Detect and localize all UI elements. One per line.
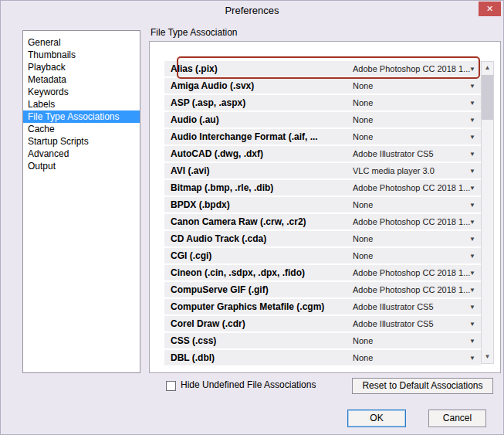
file-type-label: CompuServe GIF (.gif) [164,284,269,295]
close-icon: ✕ [486,4,493,13]
file-type-label: Computer Graphics Metafile (.cgm) [164,301,324,312]
file-type-label: AVI (.avi) [164,165,209,176]
sidebar-item-metadata[interactable]: Metadata [23,73,140,86]
file-type-row: Corel Draw (.cdr)Adobe Illustrator CS5▼ [164,316,481,331]
file-type-row: AVI (.avi)VLC media player 3.0▼ [164,163,481,178]
dropdown-arrow-icon[interactable]: ▼ [469,168,475,175]
association-dropdown-value[interactable]: VLC media player 3.0 [353,166,435,175]
cancel-button[interactable]: Cancel [428,410,486,427]
association-dropdown-value[interactable]: None [353,81,373,90]
sidebar-item-labels[interactable]: Labels [23,98,140,110]
sidebar-item-thumbnails[interactable]: Thumbnails [23,49,140,61]
file-type-row: CompuServe GIF (.gif)Adobe Photoshop CC … [164,282,481,297]
file-type-label: ASP (.asp, .aspx) [164,97,245,108]
sidebar-item-playback[interactable]: Playback [23,61,140,73]
association-dropdown-value[interactable]: Adobe Illustrator CS5 [353,302,434,311]
association-dropdown-value[interactable]: None [353,115,373,124]
reset-to-default-button[interactable]: Reset to Default Associations [352,378,493,394]
scrollbar-thumb[interactable] [482,75,493,120]
association-dropdown-value[interactable]: None [353,336,373,345]
hide-undefined-checkbox-label: Hide Undefined File Associations [181,379,316,390]
ok-button[interactable]: OK [347,410,406,427]
association-dropdown-value[interactable]: Adobe Illustrator CS5 [353,149,434,158]
file-type-row: CD Audio Track (.cda)None▼ [164,231,481,246]
file-type-label: Amiga Audio (.svx) [164,80,254,91]
dropdown-arrow-icon[interactable]: ▼ [469,202,475,209]
dropdown-arrow-icon[interactable]: ▼ [469,66,475,73]
association-dropdown-value[interactable]: None [353,251,373,260]
file-type-row: Amiga Audio (.svx)None▼ [164,78,481,93]
scroll-up-icon[interactable]: ▲ [482,62,493,74]
file-type-label: DBL (.dbl) [164,352,215,363]
file-type-row: CGI (.cgi)None▼ [164,248,481,263]
file-type-row: Bitmap (.bmp, .rle, .dib)Adobe Photoshop… [164,180,481,195]
file-type-label: AutoCAD (.dwg, .dxf) [164,148,263,159]
dropdown-arrow-icon[interactable]: ▼ [469,304,475,311]
association-dropdown-value[interactable]: Adobe Photoshop CC 2018 1... [353,268,470,277]
file-type-label: CGI (.cgi) [164,250,211,261]
title-bar: Preferences [1,1,503,21]
association-dropdown-value[interactable]: None [353,234,373,243]
file-type-row: Audio (.au)None▼ [164,112,481,127]
dropdown-arrow-icon[interactable]: ▼ [469,270,475,277]
file-type-label: Bitmap (.bmp, .rle, .dib) [164,182,273,193]
file-type-row: DBL (.dbl)None▼ [164,350,481,365]
file-type-label: Cineon (.cin, .sdpx, .dpx, .fido) [164,267,305,278]
sidebar-item-general[interactable]: General [23,36,140,49]
sidebar-item-startup-scripts[interactable]: Startup Scripts [23,135,140,148]
sidebar-item-cache[interactable]: Cache [23,123,140,135]
file-type-label: Corel Draw (.cdr) [164,318,245,329]
dropdown-arrow-icon[interactable]: ▼ [469,117,475,124]
file-type-row: Canon Camera Raw (.crw, .cr2)Adobe Photo… [164,214,481,229]
file-type-row: ASP (.asp, .aspx)None▼ [164,95,481,110]
file-type-label: CD Audio Track (.cda) [164,233,266,244]
dropdown-arrow-icon[interactable]: ▼ [469,253,475,260]
scroll-down-icon[interactable]: ▼ [482,351,493,363]
dropdown-arrow-icon[interactable]: ▼ [469,185,475,192]
association-dropdown-value[interactable]: Adobe Photoshop CC 2018 1... [353,217,470,226]
association-dropdown-value[interactable]: Adobe Photoshop CC 2018 1... [353,64,470,73]
file-type-row: Alias (.pix)Adobe Photoshop CC 2018 1...… [164,61,481,76]
dropdown-arrow-icon[interactable]: ▼ [469,134,475,141]
dropdown-arrow-icon[interactable]: ▼ [469,151,475,158]
file-type-row: AutoCAD (.dwg, .dxf)Adobe Illustrator CS… [164,146,481,161]
sidebar-item-keywords[interactable]: Keywords [23,86,140,98]
association-dropdown-value[interactable]: None [353,353,373,362]
file-type-label: Audio Interchange Format (.aif, ... [164,131,318,142]
dialog-title: Preferences [225,5,279,16]
file-type-label: Alias (.pix) [164,63,218,74]
sidebar-item-output[interactable]: Output [23,160,140,172]
file-type-label: CSS (.css) [164,335,216,346]
dropdown-arrow-icon[interactable]: ▼ [469,287,475,294]
association-dropdown-value[interactable]: Adobe Photoshop CC 2018 1... [353,285,470,294]
file-type-label: Audio (.au) [164,114,219,125]
file-type-row: CSS (.css)None▼ [164,333,481,348]
sidebar-item-advanced[interactable]: Advanced [23,148,140,160]
section-title: File Type Association [151,27,238,38]
hide-undefined-checkbox[interactable] [166,381,176,391]
file-type-row: BPDX (.bpdx)None▼ [164,197,481,212]
preferences-dialog: Preferences ✕ GeneralThumbnailsPlaybackM… [0,0,504,435]
sidebar-item-file-type-associations[interactable]: File Type Associations [23,110,140,123]
file-type-label: BPDX (.bpdx) [164,199,230,210]
dropdown-arrow-icon[interactable]: ▼ [469,355,475,362]
file-type-row: Audio Interchange Format (.aif, ...None▼ [164,129,481,144]
scrollbar[interactable]: ▲ ▼ [481,61,494,364]
file-type-list: Alias (.pix)Adobe Photoshop CC 2018 1...… [164,61,481,367]
file-type-row: Cineon (.cin, .sdpx, .dpx, .fido)Adobe P… [164,265,481,280]
dropdown-arrow-icon[interactable]: ▼ [469,236,475,243]
dropdown-arrow-icon[interactable]: ▼ [469,338,475,345]
file-type-label: Canon Camera Raw (.crw, .cr2) [164,216,306,227]
sidebar: GeneralThumbnailsPlaybackMetadataKeyword… [22,30,140,373]
file-type-row: Computer Graphics Metafile (.cgm)Adobe I… [164,299,481,314]
association-dropdown-value[interactable]: None [353,200,373,209]
close-button[interactable]: ✕ [479,2,501,16]
dropdown-arrow-icon[interactable]: ▼ [469,219,475,226]
association-dropdown-value[interactable]: None [353,132,373,141]
dropdown-arrow-icon[interactable]: ▼ [469,100,475,107]
association-dropdown-value[interactable]: Adobe Photoshop CC 2018 1... [353,183,470,192]
association-dropdown-value[interactable]: Adobe Illustrator CS5 [353,319,434,328]
dropdown-arrow-icon[interactable]: ▼ [469,321,475,328]
association-dropdown-value[interactable]: None [353,98,373,107]
dropdown-arrow-icon[interactable]: ▼ [469,83,475,90]
